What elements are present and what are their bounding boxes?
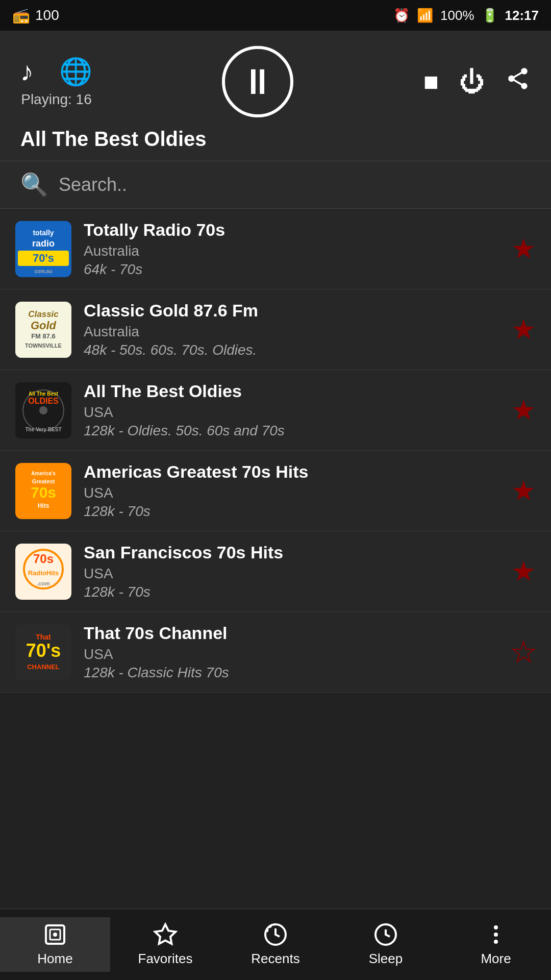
playing-text: Playing: 16 [21,91,92,108]
favorite-star[interactable]: ★ [511,475,536,507]
station-bitrate: 48k - 50s. 60s. 70s. Oldies. [84,342,499,358]
svg-text:America's: America's [31,471,56,476]
station-name: That 70s Channel [84,623,499,643]
player-header: ♪ 🌐 Playing: 16 ⏸ ■ ⏻ All The Best Oldie… [0,31,551,161]
recents-icon [263,922,288,947]
station-logo: America's Greatest 70s Hits [15,463,71,519]
nav-label-more: More [481,951,511,967]
station-name: San Franciscos 70s Hits [84,543,499,562]
station-bitrate: 128k - Oldies. 50s. 60s and 70s [84,423,499,439]
favorite-star[interactable]: ★ [511,233,536,265]
svg-text:70s: 70s [33,552,54,566]
favorite-star[interactable]: ★ [511,313,536,346]
station-bitrate: 128k - Classic Hits 70s [84,665,499,681]
player-left-icons: ♪ 🌐 [20,56,92,87]
favorite-star[interactable]: ★ [511,636,536,668]
home-icon [43,922,67,947]
svg-text:All The Best: All The Best [29,391,58,397]
svg-text:FM 87.6: FM 87.6 [31,332,56,340]
station-info: Totally Radio 70s Australia 64k - 70s [71,220,511,278]
svg-text:.com: .com [37,580,50,586]
station-bitrate: 64k - 70s [84,261,499,278]
svg-point-33 [53,933,57,937]
sleep-icon [373,922,398,947]
svg-point-37 [494,925,498,929]
station-country: Australia [84,243,499,259]
station-item[interactable]: Classic Gold FM 87.6 TOWNSVILLE Classic … [0,289,551,370]
station-country: USA [84,566,499,582]
svg-text:com.au: com.au [34,268,52,274]
station-country: USA [84,485,499,501]
station-country: USA [84,404,499,421]
pause-icon: ⏸ [240,61,276,102]
app-icon: 📻 [12,7,30,24]
wifi-icon: 📶 [417,8,433,23]
status-right: ⏰ 📶 100% 🔋 12:17 [393,8,539,23]
station-item[interactable]: totally radio 70's com.au Totally Radio … [0,209,551,289]
station-item[interactable]: 70s RadioHits .com San Franciscos 70s Hi… [0,531,551,612]
svg-text:radio: radio [32,238,55,249]
player-left: ♪ 🌐 Playing: 16 [20,56,92,108]
station-info: That 70s Channel USA 128k - Classic Hits… [71,623,511,681]
station-info: Classic Gold 87.6 Fm Australia 48k - 50s… [71,301,511,358]
station-logo: That 70's CHANNEL [15,624,71,680]
player-right: ■ ⏻ [423,66,531,97]
svg-text:TOWNSVILLE: TOWNSVILLE [25,342,62,349]
nav-item-more[interactable]: More [441,917,551,972]
alarm-icon: ⏰ [393,8,410,23]
nav-label-favorites: Favorites [138,951,193,967]
status-bar: 📻 100 ⏰ 📶 100% 🔋 12:17 [0,0,551,31]
svg-text:CHANNEL: CHANNEL [27,663,60,671]
player-controls-row: ♪ 🌐 Playing: 16 ⏸ ■ ⏻ [20,46,531,117]
svg-text:Hits: Hits [38,502,49,509]
share-button[interactable] [505,66,531,97]
station-item[interactable]: All The Best OLDIES The Very BEST All Th… [0,370,551,451]
svg-point-39 [494,940,498,944]
power-button[interactable]: ⏻ [459,67,485,96]
station-item[interactable]: America's Greatest 70s Hits Americas Gre… [0,451,551,531]
nav-item-recents[interactable]: Recents [220,917,331,972]
svg-text:The Very BEST: The Very BEST [25,427,61,432]
battery-icon: 🔋 [482,8,498,23]
svg-text:totally: totally [33,229,54,237]
pause-button[interactable]: ⏸ [222,46,293,117]
station-bitrate: 128k - 70s [84,503,499,520]
favorite-star[interactable]: ★ [511,555,536,587]
station-name: Classic Gold 87.6 Fm [84,301,499,321]
svg-text:Classic: Classic [28,309,59,319]
svg-point-38 [494,933,498,937]
svg-marker-34 [155,924,176,944]
battery-percent: 100% [440,8,474,23]
status-left: 📻 100 [12,7,59,24]
globe-icon[interactable]: 🌐 [59,56,92,87]
favorite-star[interactable]: ★ [511,394,536,426]
station-bitrate: 128k - 70s [84,584,499,600]
nav-label-home: Home [37,951,72,967]
station-info: All The Best Oldies USA 128k - Oldies. 5… [71,381,511,439]
bottom-nav: Home Favorites Recents Sleep More [0,909,551,980]
svg-text:Gold: Gold [31,319,57,332]
station-country: Australia [84,324,499,340]
music-icon[interactable]: ♪ [20,56,34,87]
nav-item-home[interactable]: Home [0,917,110,972]
svg-text:70's: 70's [33,252,54,264]
nav-item-sleep[interactable]: Sleep [331,917,441,972]
station-info: Americas Greatest 70s Hits USA 128k - 70… [71,462,511,520]
now-playing-title: All The Best Oldies [20,128,531,151]
svg-text:70's: 70's [26,640,61,661]
nav-item-favorites[interactable]: Favorites [110,917,220,972]
more-icon [484,922,508,947]
search-input[interactable] [59,174,531,195]
station-item[interactable]: That 70's CHANNEL That 70s Channel USA 1… [0,612,551,693]
station-logo: 70s RadioHits .com [15,544,71,600]
station-logo: All The Best OLDIES The Very BEST [15,382,71,438]
station-name: All The Best Oldies [84,381,499,401]
station-name: Americas Greatest 70s Hits [84,462,499,482]
nav-label-sleep: Sleep [369,951,403,967]
stop-button[interactable]: ■ [423,67,439,96]
search-bar[interactable]: 🔍 [0,161,551,209]
station-country: USA [84,646,499,663]
favorites-icon [153,922,178,947]
signal-strength: 100 [35,7,59,23]
svg-text:70s: 70s [31,484,56,501]
